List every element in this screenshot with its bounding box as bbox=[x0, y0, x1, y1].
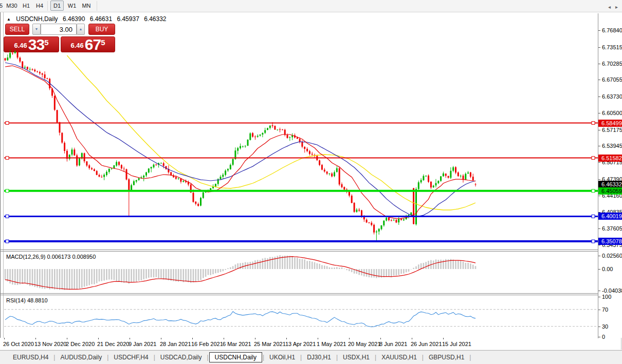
rsi-axis-label: 30 bbox=[602, 323, 608, 330]
date-tick bbox=[412, 338, 412, 339]
axis-tick bbox=[598, 179, 600, 180]
date-axis-label: 8 Jun 2021 bbox=[379, 341, 407, 347]
tab-separator: | bbox=[53, 354, 55, 361]
date-tick bbox=[255, 338, 255, 339]
date-axis-label: 26 Oct 2020 bbox=[3, 341, 34, 347]
axis-tick bbox=[598, 291, 600, 291]
date-axis[interactable]: 26 Oct 202013 Nov 20202 Dec 202021 Dec 2… bbox=[0, 338, 598, 350]
timeframe-button-M30[interactable]: M30 bbox=[5, 1, 19, 10]
date-tick bbox=[349, 338, 350, 339]
window-left-border bbox=[0, 12, 1, 350]
date-axis-label: 28 Jan 2021 bbox=[160, 341, 191, 347]
date-tick bbox=[443, 338, 444, 339]
symbol-tabbar: EURUSD,H4|AUDUSD,Daily|USDCHF,H4|USDCAD,… bbox=[0, 350, 622, 364]
date-tick bbox=[192, 338, 193, 339]
tab-dj30-h1[interactable]: DJ30,H1 bbox=[302, 352, 336, 362]
axis-tick bbox=[598, 80, 600, 80]
axis-tick bbox=[598, 162, 600, 163]
date-tick bbox=[4, 338, 5, 339]
price-axis-label: 6.67055 bbox=[602, 76, 622, 83]
timeframe-button-W1[interactable]: W1 bbox=[66, 1, 78, 10]
axis-tick bbox=[598, 269, 600, 270]
price-axis-label: 6.73515 bbox=[602, 44, 622, 50]
date-axis-label: 15 Jul 2021 bbox=[442, 341, 471, 347]
date-axis-label: 21 Dec 2020 bbox=[97, 341, 129, 347]
price-level-tag: 6.46332 bbox=[598, 181, 622, 188]
tab-separator: | bbox=[263, 354, 264, 361]
tab-ukoil-h1[interactable]: UKOil,H1 bbox=[265, 352, 300, 362]
rsi-axis-label: 70 bbox=[602, 306, 608, 313]
tabs-scroll-right-icon[interactable]: ▸ bbox=[615, 4, 618, 10]
tab-separator: | bbox=[422, 354, 424, 361]
timeframe-toolbar: 5M30H1H4D1W1MN bbox=[0, 0, 622, 12]
axis-tick bbox=[598, 228, 600, 229]
date-axis-label: 2 Dec 2020 bbox=[66, 341, 95, 347]
price-macd-separator[interactable] bbox=[0, 250, 598, 250]
price-level-tag: 6.35078 bbox=[598, 238, 622, 245]
date-tick bbox=[67, 338, 67, 339]
tab-xauusd-h1[interactable]: XAUUSD,H1 bbox=[377, 352, 422, 362]
price-level-tag: 6.51582 bbox=[598, 155, 622, 162]
date-axis-label: 16 Feb 2021 bbox=[191, 341, 223, 347]
axis-tick bbox=[598, 256, 600, 256]
price-axis-label: 6.70285 bbox=[602, 61, 622, 67]
axis-tick bbox=[598, 64, 600, 64]
macd-rsi-separator[interactable] bbox=[0, 293, 598, 294]
axis-tick bbox=[598, 297, 600, 297]
axis-tick bbox=[598, 113, 600, 113]
price-axis-label: 6.53945 bbox=[602, 143, 622, 149]
date-tick bbox=[35, 338, 36, 339]
rsi-axis-label: 0 bbox=[602, 334, 605, 340]
tab-audusd-daily[interactable]: AUDUSD,Daily bbox=[56, 352, 106, 362]
window-left-inner-border bbox=[3, 12, 4, 350]
macd-axis-label: -0.040386 bbox=[602, 288, 622, 294]
timeframe-button-H1[interactable]: H1 bbox=[21, 1, 32, 10]
macd-axis-label: 0.025609 bbox=[602, 253, 622, 259]
timeframe-button-H4[interactable]: H4 bbox=[34, 1, 45, 10]
tab-gbpusd-h1[interactable]: GBPUSD,H1 bbox=[424, 352, 469, 362]
axis-tick bbox=[598, 146, 600, 146]
date-tick bbox=[161, 338, 161, 339]
rsi-chart[interactable] bbox=[4, 295, 598, 338]
axis-tick bbox=[598, 310, 600, 310]
macd-axis-label: 0.00 bbox=[602, 266, 613, 272]
axis-tick bbox=[598, 327, 600, 327]
tab-usdcnh-daily[interactable]: USDCNH,Daily bbox=[209, 352, 262, 362]
date-axis-label: 9 Jan 2021 bbox=[129, 341, 156, 347]
date-tick bbox=[130, 338, 130, 339]
axis-tick bbox=[598, 130, 600, 130]
date-tick bbox=[380, 338, 381, 339]
tab-usdchf-h4[interactable]: USDCHF,H4 bbox=[109, 352, 153, 362]
tab-usdx-h1[interactable]: USDX,H1 bbox=[338, 352, 374, 362]
tab-separator: | bbox=[336, 354, 338, 361]
date-tick bbox=[224, 338, 224, 339]
timeframe-button-D1[interactable]: D1 bbox=[50, 1, 64, 11]
axis-tick bbox=[598, 196, 600, 196]
date-axis-label: 1 May 2021 bbox=[317, 341, 346, 347]
tab-separator: | bbox=[375, 354, 376, 361]
date-tick bbox=[98, 338, 99, 339]
rsi-label: RSI(14) 48.8810 bbox=[6, 297, 48, 303]
tab-separator: | bbox=[107, 354, 108, 361]
tab-separator: | bbox=[154, 354, 155, 361]
axis-tick bbox=[598, 97, 600, 97]
mt4-app: 5M30H1H4D1W1MN ▲ USDCNH,Daily 6.46390 6.… bbox=[0, 0, 622, 364]
tab-separator: | bbox=[469, 354, 471, 361]
axis-tick bbox=[598, 245, 600, 245]
tabs-scroll-left-icon[interactable]: ◂ bbox=[608, 4, 611, 10]
timeframe-button-MN[interactable]: MN bbox=[80, 1, 93, 10]
date-tick bbox=[318, 338, 318, 339]
date-axis-label: 25 Mar 2021 bbox=[254, 341, 286, 347]
price-level-tag: 6.40019 bbox=[598, 213, 622, 220]
price-axis-label: 6.60500 bbox=[602, 110, 622, 116]
tab-usdcad-daily[interactable]: USDCAD,Daily bbox=[156, 352, 207, 362]
macd-label: MACD(12,26,9) 0.006173 0.008950 bbox=[6, 254, 96, 260]
date-axis-label: 6 Mar 2021 bbox=[223, 341, 251, 347]
date-tick bbox=[286, 338, 287, 339]
price-chart[interactable] bbox=[4, 13, 598, 250]
date-axis-label: 13 Nov 2020 bbox=[34, 341, 66, 347]
toolbar-separator bbox=[97, 1, 97, 11]
tab-eurusd-h4[interactable]: EURUSD,H4 bbox=[8, 352, 53, 362]
price-axis[interactable]: 6.768406.735156.702856.670556.637306.605… bbox=[598, 12, 622, 338]
date-axis-label: 20 May 2021 bbox=[348, 341, 381, 347]
